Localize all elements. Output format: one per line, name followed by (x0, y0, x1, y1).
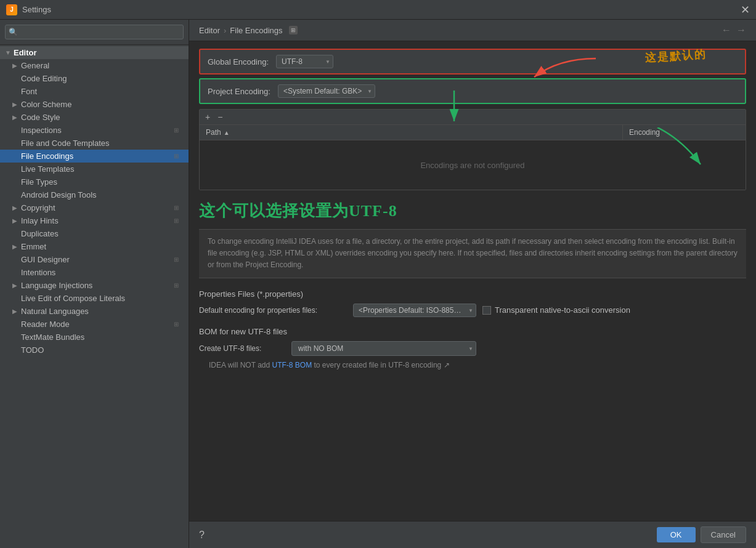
properties-section-title: Properties Files (*.properties) (199, 289, 746, 299)
pin-icon: ⊞ (174, 217, 184, 224)
path-column-header: Path ▲ (200, 125, 622, 140)
pin-icon: ⊞ (174, 256, 184, 263)
default-encoding-select[interactable]: <Properties Default: ISO-885… UTF-8 (353, 304, 476, 317)
sidebar-item-android-design-tools[interactable]: Android Design Tools (0, 188, 189, 201)
content-area: Editor › File Encodings ⊞ ← → 这是默认的 (189, 20, 756, 548)
content-body: 这是默认的 Global Encoding: UTF-8 (189, 41, 756, 521)
sidebar-item-editor[interactable]: ▼ Editor (0, 46, 189, 59)
sidebar-label: Live Templates (21, 164, 74, 174)
breadcrumb-current: File Encodings (230, 26, 282, 35)
project-encoding-select[interactable]: <System Default: GBK> UTF-8 GBK (278, 84, 375, 98)
sidebar-item-copyright[interactable]: ▶ Copyright ⊞ (0, 201, 189, 214)
search-input-wrap: 🔍 (5, 25, 184, 39)
encoding-section: Global Encoding: UTF-8 GBK ISO-8859-1 (189, 41, 756, 104)
sidebar-item-inlay-hints[interactable]: ▶ Inlay Hints ⊞ (0, 214, 189, 227)
sidebar-item-inspections[interactable]: Inspections ⊞ (0, 124, 189, 137)
close-button[interactable]: ✕ (741, 4, 750, 15)
sidebar-label: Emmet (21, 242, 46, 251)
pin-icon: ⊞ (174, 127, 184, 134)
sidebar-item-general[interactable]: ▶ General (0, 59, 189, 72)
default-encoding-select-wrap: <Properties Default: ISO-885… UTF-8 (353, 304, 476, 317)
sidebar-label: Live Edit of Compose Literals (21, 294, 125, 303)
sidebar-label: Code Editing (21, 74, 67, 83)
sidebar-label: Duplicates (21, 229, 59, 238)
sidebar-label: Color Scheme (21, 100, 71, 109)
sidebar-label: Code Style (21, 113, 60, 122)
cancel-button[interactable]: Cancel (701, 526, 746, 543)
sidebar-item-gui-designer[interactable]: GUI Designer ⊞ (0, 253, 189, 266)
bom-link[interactable]: UTF-8 BOM (272, 361, 312, 369)
nav-back-button[interactable]: ← (721, 25, 731, 36)
help-button[interactable]: ? (199, 530, 205, 541)
sidebar-item-code-style[interactable]: ▶ Code Style (0, 111, 189, 124)
project-encoding-label: Project Encoding: (208, 87, 270, 96)
sidebar-label: Reader Mode (21, 320, 70, 329)
arrow-icon: ▼ (5, 49, 14, 56)
remove-path-button[interactable]: − (214, 111, 226, 123)
arrow-icon: ▶ (12, 101, 21, 108)
window-title: Settings (22, 5, 51, 14)
title-bar: J Settings ✕ (0, 0, 756, 20)
create-utf8-row: Create UTF-8 files: with NO BOM with BOM (199, 341, 746, 356)
search-icon: 🔍 (9, 28, 18, 36)
sort-arrow-icon: ▲ (224, 129, 230, 136)
add-path-button[interactable]: + (202, 111, 213, 123)
sidebar-label: File and Code Templates (21, 139, 110, 148)
description-text: To change encoding IntelliJ IDEA uses fo… (208, 237, 738, 269)
arrow-icon: ▶ (12, 217, 21, 224)
nav-forward-button[interactable]: → (736, 25, 746, 36)
sidebar-item-color-scheme[interactable]: ▶ Color Scheme (0, 98, 189, 111)
sidebar-label: File Encodings (21, 151, 73, 161)
transparent-checkbox[interactable] (482, 306, 491, 315)
global-encoding-select[interactable]: UTF-8 GBK ISO-8859-1 (276, 55, 333, 68)
editor-label: Editor (14, 48, 37, 57)
description-box: To change encoding IntelliJ IDEA uses fo… (199, 229, 746, 278)
arrow-icon: ▶ (12, 204, 21, 211)
sidebar-item-font[interactable]: Font (0, 85, 189, 98)
sidebar-label: TODO (21, 345, 44, 355)
sidebar-item-intentions[interactable]: Intentions (0, 266, 189, 279)
sidebar-label: Inspections (21, 126, 62, 135)
arrow-icon: ▶ (12, 62, 21, 69)
sidebar-label: Copyright (21, 203, 55, 212)
create-utf8-select[interactable]: with NO BOM with BOM (291, 341, 476, 356)
sidebar-item-todo[interactable]: TODO (0, 344, 189, 357)
search-bar: 🔍 (0, 20, 189, 45)
sidebar-label: General (21, 61, 49, 70)
sidebar-item-duplicates[interactable]: Duplicates (0, 227, 189, 240)
sidebar-item-natural-languages[interactable]: ▶ Natural Languages (0, 305, 189, 318)
sidebar-item-reader-mode[interactable]: Reader Mode ⊞ (0, 318, 189, 331)
sidebar-item-code-editing[interactable]: Code Editing (0, 72, 189, 85)
arrow-icon: ▶ (12, 243, 21, 250)
path-table-toolbar: + − (200, 110, 746, 125)
sidebar-label: Natural Languages (21, 307, 89, 316)
sidebar-item-file-encodings[interactable]: File Encodings ⊞ (0, 150, 189, 163)
sidebar-item-language-injections[interactable]: ▶ Language Injections ⊞ (0, 279, 189, 292)
bom-note: IDEA will NOT add UTF-8 BOM to every cre… (199, 360, 746, 374)
sidebar-label: TextMate Bundles (21, 332, 84, 342)
sidebar-item-live-templates[interactable]: Live Templates (0, 163, 189, 175)
breadcrumb-pin-icon[interactable]: ⊞ (289, 26, 298, 34)
sidebar-item-file-types[interactable]: File Types (0, 175, 189, 188)
sidebar-item-live-edit-compose[interactable]: Live Edit of Compose Literals (0, 292, 189, 305)
default-encoding-row: Default encoding for properties files: <… (199, 304, 746, 317)
sidebar-item-file-and-code-templates[interactable]: File and Code Templates (0, 137, 189, 150)
sidebar-item-textmate-bundles[interactable]: TextMate Bundles (0, 331, 189, 344)
bom-note-suffix: to every created file in UTF-8 encoding … (312, 361, 449, 369)
pin-icon: ⊞ (174, 153, 184, 159)
sidebar-item-emmet[interactable]: ▶ Emmet (0, 240, 189, 253)
path-table-body: Encodings are not configured (200, 140, 746, 190)
search-input[interactable] (5, 25, 184, 39)
sidebar-label: Language Injections (21, 281, 92, 290)
app-icon: J (6, 4, 17, 15)
path-table-container: + − Path ▲ Encoding Encodings are not co… (199, 109, 746, 190)
ok-button[interactable]: OK (657, 527, 696, 542)
arrow-icon: ▶ (12, 114, 21, 121)
global-encoding-row: Global Encoding: UTF-8 GBK ISO-8859-1 (199, 49, 746, 75)
sidebar-tree: ▼ Editor ▶ General Code Editing Font ▶ C… (0, 45, 189, 548)
sidebar-label: Intentions (21, 268, 55, 277)
pin-icon: ⊞ (174, 204, 184, 211)
title-bar-left: J Settings (6, 4, 51, 15)
global-encoding-label: Global Encoding: (208, 57, 269, 66)
bom-section-title: BOM for new UTF-8 files (199, 327, 746, 336)
